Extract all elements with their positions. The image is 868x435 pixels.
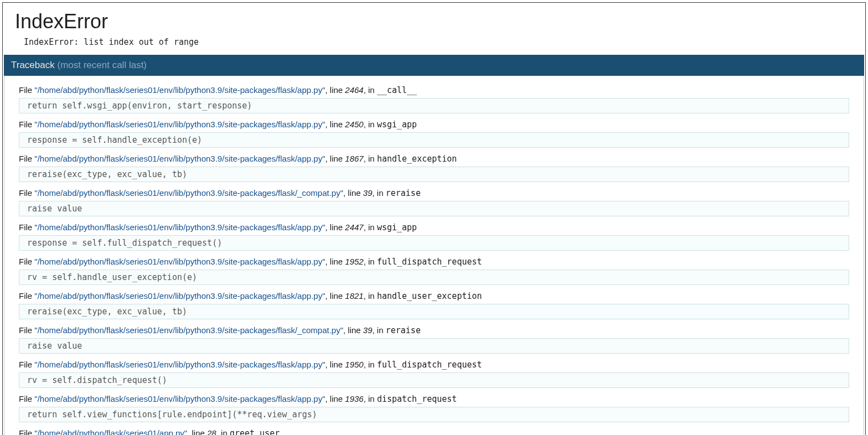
file-label: File [19,360,34,369]
traceback-frame[interactable]: File "/home/abd/python/flask/series01/en… [19,391,849,422]
frame-header[interactable]: File "/home/abd/python/flask/series01/en… [19,82,849,97]
file-path: "/home/abd/python/flask/series01/env/lib… [34,120,325,129]
line-number: 1936 [345,394,363,403]
code-line[interactable]: reraise(exc_type, exc_value, tb) [19,167,849,182]
line-number: 39 [363,188,373,198]
line-label: , line [325,291,345,301]
line-label: , line [325,360,345,369]
in-label: , in [364,360,377,369]
traceback-body: File "/home/abd/python/flask/series01/en… [4,76,864,435]
file-path: "/home/abd/python/flask/series01/env/lib… [34,85,325,95]
line-label: , line [343,188,363,198]
line-number: 2450 [345,120,363,129]
file-label: File [19,85,34,95]
frame-header[interactable]: File "/home/abd/python/flask/series01/en… [19,151,849,165]
line-label: , line [187,428,207,435]
line-number: 39 [363,325,373,335]
file-path: "/home/abd/python/flask/series01/env/lib… [34,360,325,369]
frame-header[interactable]: File "/home/abd/python/flask/series01/en… [19,185,849,200]
frame-header[interactable]: File "/home/abd/python/flask/series01/en… [19,391,849,406]
file-path: "/home/abd/python/flask/series01/env/lib… [34,222,325,232]
line-number: 1821 [345,291,363,301]
function-name: wsgi_app [377,120,417,130]
file-path: "/home/abd/python/flask/series01/env/lib… [34,257,325,266]
traceback-sublabel: (most recent call last) [57,60,147,70]
line-number: 28 [207,428,216,435]
frame-header[interactable]: File "/home/abd/python/flask/series01/en… [19,288,849,303]
line-label: , line [325,120,345,129]
file-label: File [19,325,34,335]
line-number: 1950 [345,360,363,369]
file-label: File [19,428,34,435]
file-label: File [19,154,34,163]
frame-header[interactable]: File "/home/abd/python/flask/series01/en… [19,254,849,268]
file-label: File [19,188,34,198]
traceback-frame[interactable]: File "/home/abd/python/flask/series01/en… [19,151,849,182]
file-path: "/home/abd/python/flask/series01/env/lib… [34,325,343,335]
file-path: "/home/abd/python/flask/series01/env/lib… [34,291,325,301]
file-path: "/home/abd/python/flask/series01/app.py" [34,428,187,435]
traceback-header: Traceback (most recent call last) [4,55,864,76]
function-name: full_dispatch_request [377,360,482,370]
code-line[interactable]: return self.view_functions[rule.endpoint… [19,407,849,422]
line-number: 1867 [345,154,363,163]
in-label: , in [216,428,230,435]
code-line[interactable]: raise value [19,338,849,354]
in-label: , in [373,188,386,198]
in-label: , in [364,257,377,266]
line-label: , line [325,154,345,163]
in-label: , in [364,120,377,129]
in-label: , in [364,291,377,301]
frame-header[interactable]: File "/home/abd/python/flask/series01/en… [19,220,849,234]
in-label: , in [373,325,386,335]
line-number: 1952 [345,257,363,266]
function-name: wsgi_app [377,222,417,232]
file-path: "/home/abd/python/flask/series01/env/lib… [34,188,343,198]
frame-header[interactable]: File "/home/abd/python/flask/series01/en… [19,357,849,371]
function-name: full_dispatch_request [377,257,482,267]
function-name: reraise [386,325,421,335]
code-line[interactable]: response = self.handle_exception(e) [19,132,849,148]
function-name: handle_exception [377,154,457,164]
code-line[interactable]: raise value [19,201,849,216]
line-label: , line [343,325,363,335]
in-label: , in [364,154,377,163]
traceback-frame[interactable]: File "/home/abd/python/flask/series01/en… [19,288,849,319]
code-line[interactable]: reraise(exc_type, exc_value, tb) [19,304,849,319]
file-label: File [19,120,34,129]
code-line[interactable]: response = self.full_dispatch_request() [19,235,849,251]
line-number: 2464 [345,85,363,95]
code-line[interactable]: rv = self.dispatch_request() [19,372,849,388]
file-path: "/home/abd/python/flask/series01/env/lib… [34,154,325,163]
code-line[interactable]: return self.wsgi_app(environ, start_resp… [19,98,849,113]
frame-header[interactable]: File "/home/abd/python/flask/series01/ap… [19,426,849,435]
file-path: "/home/abd/python/flask/series01/env/lib… [34,394,325,403]
traceback-label: Traceback [11,60,55,70]
function-name: dispatch_request [377,394,457,404]
traceback-frame[interactable]: File "/home/abd/python/flask/series01/en… [19,220,849,251]
traceback-frame[interactable]: File "/home/abd/python/flask/series01/en… [19,254,849,285]
line-label: , line [325,394,345,403]
line-label: , line [325,85,345,95]
frame-header[interactable]: File "/home/abd/python/flask/series01/en… [19,323,849,337]
file-label: File [19,222,34,232]
traceback-frame[interactable]: File "/home/abd/python/flask/series01/en… [19,185,849,216]
in-label: , in [364,394,377,403]
function-name: handle_user_exception [377,291,482,301]
function-name: __call__ [377,85,417,95]
error-page: IndexError IndexError: list index out of… [2,2,866,435]
error-message: IndexError: list index out of range [3,36,865,55]
frame-header[interactable]: File "/home/abd/python/flask/series01/en… [19,117,849,131]
traceback-frame[interactable]: File "/home/abd/python/flask/series01/en… [19,117,849,148]
traceback-frame[interactable]: File "/home/abd/python/flask/series01/en… [19,82,849,113]
traceback-frame[interactable]: File "/home/abd/python/flask/series01/en… [19,323,849,354]
file-label: File [19,394,34,403]
code-line[interactable]: rv = self.handle_user_exception(e) [19,270,849,285]
traceback-frame[interactable]: File "/home/abd/python/flask/series01/ap… [19,426,849,435]
file-label: File [19,291,34,301]
function-name: greet_user [230,428,280,435]
function-name: reraise [386,188,421,198]
line-label: , line [325,222,345,232]
traceback-frame[interactable]: File "/home/abd/python/flask/series01/en… [19,357,849,388]
in-label: , in [364,85,377,95]
